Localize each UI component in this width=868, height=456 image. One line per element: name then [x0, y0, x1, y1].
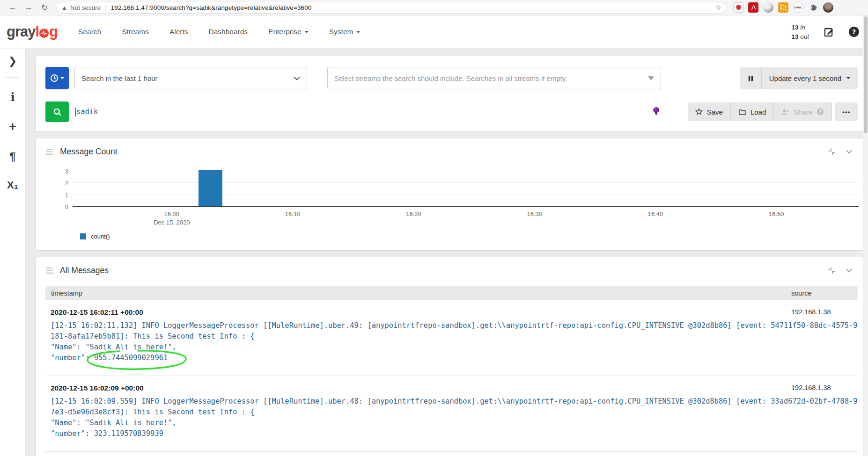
nav-streams[interactable]: Streams — [122, 28, 149, 36]
log-line: 181-8afa17eb5b81]: This is Second test I… — [51, 331, 858, 342]
collapse-widget-icon[interactable] — [845, 148, 853, 156]
message-timestamp: 2020-12-15 16:02:09 +00:00 — [45, 384, 791, 392]
url-separator: | — [105, 4, 107, 11]
address-bar[interactable]: ▲ Not secure | 192.168.1.47:9000/search?… — [56, 2, 727, 14]
logo-o-icon — [39, 29, 49, 38]
pause-icon — [748, 75, 754, 82]
timerange-select[interactable]: Search in the last 1 hour — [74, 67, 307, 89]
widget-title: Message Count — [60, 147, 118, 157]
throughput-counter[interactable]: 13 in 13 out — [790, 23, 810, 41]
browser-forward-icon[interactable]: → — [21, 3, 37, 12]
left-sidebar: ❯ i + ¶ X₁ — [0, 49, 26, 456]
sidebar-paragraph-icon[interactable]: ¶ — [9, 150, 15, 163]
drag-handle-icon[interactable] — [45, 148, 53, 155]
nav-alerts[interactable]: Alerts — [169, 28, 188, 36]
chevron-down-icon — [60, 77, 64, 79]
star-icon — [695, 108, 703, 116]
message-source: 192.168.1.38 — [791, 384, 858, 391]
chart-legend[interactable]: count() — [80, 233, 858, 240]
more-actions-button[interactable]: ••• — [835, 102, 858, 121]
search-button[interactable] — [45, 101, 69, 122]
chart-x-axis: 16:00Dec 15, 202016:1016:2016:3016:4016:… — [73, 207, 859, 228]
timestamp-column-header[interactable]: timestamp — [45, 290, 791, 297]
lightbulb-hint-icon[interactable] — [653, 107, 660, 117]
sidebar-subscript-icon[interactable]: X₁ — [7, 179, 18, 191]
share-button[interactable]: Share ? — [774, 102, 832, 121]
url-text[interactable]: 192.168.1.47:9000/search?q=sadik&rangety… — [111, 4, 712, 11]
help-icon[interactable]: ? — [848, 26, 860, 37]
profile-avatar[interactable] — [823, 2, 833, 13]
focus-widget-icon[interactable] — [828, 267, 836, 275]
streams-select[interactable]: Select streams the search should include… — [327, 67, 661, 89]
share-user-plus-icon — [781, 109, 789, 116]
query-input[interactable]: sadik — [75, 101, 648, 122]
source-column-header[interactable]: source — [791, 290, 858, 297]
clock-icon — [50, 74, 59, 82]
save-button[interactable]: Save — [688, 102, 731, 121]
x-tick-sublabel: Dec 15, 2020 — [154, 218, 190, 227]
scrollbar-thumb[interactable] — [864, 16, 868, 133]
log-line: "number": 955.7445099029961 — [51, 353, 858, 363]
y-tick-label: 1 — [65, 191, 68, 198]
orange-grid-extension-icon[interactable] — [778, 2, 788, 13]
search-bar-card: Search in the last 1 hour Select streams… — [36, 56, 864, 132]
sphere-extension-icon[interactable] — [763, 2, 773, 13]
log-line: [12-15 16:02:09.559] INFO LoggerMessageP… — [51, 396, 858, 407]
focus-widget-icon[interactable] — [828, 148, 836, 156]
folder-icon — [738, 109, 746, 116]
x-tick-label: 16:40 — [648, 210, 663, 218]
graylog-logo[interactable]: graylg — [7, 23, 58, 40]
caret-down-icon — [648, 76, 654, 80]
message-row[interactable]: 2020-12-15 16:02:09 +00:00192.168.1.38[1… — [45, 384, 858, 439]
message-count-chart: 0123 16:00Dec 15, 202016:1016:2016:3016:… — [45, 171, 858, 240]
drag-handle-icon[interactable] — [45, 267, 53, 274]
sidebar-divider — [6, 78, 20, 78]
log-line: "Name": "Sadik Ali is here!", — [51, 342, 858, 353]
messages-table-header: timestamp source — [45, 286, 858, 300]
message-divider — [45, 451, 858, 452]
gridline — [73, 171, 859, 171]
edit-notifications-icon[interactable] — [824, 27, 834, 37]
main-nav: SearchStreamsAlertsDashboardsEnterpriseS… — [78, 28, 360, 36]
nav-enterprise[interactable]: Enterprise — [268, 28, 309, 36]
bookmark-star-icon[interactable]: ☆ — [715, 3, 721, 12]
not-secure-label[interactable]: Not secure — [70, 4, 101, 11]
legend-label: count() — [91, 233, 110, 240]
nav-dashboards[interactable]: Dashboards — [209, 28, 248, 36]
browser-reload-icon[interactable]: ↻ — [37, 3, 52, 13]
all-messages-widget: All Messages timestamp source 2020-12-15 — [36, 257, 864, 456]
gridline — [73, 195, 859, 195]
page-scrollbar[interactable] — [863, 15, 868, 456]
y-tick-label: 2 — [65, 180, 68, 187]
svg-text:?: ? — [819, 109, 822, 115]
nav-system[interactable]: System — [329, 28, 360, 36]
legend-swatch — [80, 233, 86, 239]
load-button[interactable]: Load — [731, 102, 774, 121]
timerange-config-button[interactable] — [45, 67, 69, 89]
sidebar-add-icon[interactable]: + — [9, 120, 16, 134]
shield-extension-icon[interactable] — [733, 2, 743, 13]
extensions-puzzle-icon[interactable] — [808, 2, 818, 13]
message-source: 192.168.1.38 — [791, 308, 858, 316]
log-line: 7e3-d5e96d3e8cf3]: This is Second test I… — [51, 407, 858, 418]
browser-back-icon[interactable]: ← — [5, 3, 21, 12]
sidebar-expand-icon[interactable]: ❯ — [8, 55, 17, 67]
graylog-search-page: ← → ↻ ▲ Not secure | 192.168.1.47:9000/s… — [0, 0, 868, 456]
pdf-extension-icon[interactable] — [748, 2, 758, 13]
message-log-text: [12-15 16:02:09.559] INFO LoggerMessageP… — [45, 396, 858, 439]
x-tick-label: 16:50 — [769, 210, 784, 218]
chart-plot-area: 0123 — [73, 171, 859, 207]
not-secure-warning-icon[interactable]: ▲ — [61, 4, 67, 11]
sidebar-info-icon[interactable]: i — [10, 90, 15, 104]
pause-refresh-button[interactable] — [740, 67, 762, 89]
refresh-interval-dropdown[interactable]: Update every 1 second — [762, 67, 858, 89]
saml-extension-icon[interactable]: SAML — [793, 2, 803, 13]
chart-bar[interactable] — [199, 170, 223, 206]
nav-search[interactable]: Search — [78, 28, 101, 36]
collapse-widget-icon[interactable] — [845, 267, 853, 275]
x-tick-label: 16:30 — [527, 210, 542, 218]
x-tick-label: 16:20 — [406, 210, 421, 218]
message-row[interactable]: 2020-12-15 16:02:11 +00:00192.168.1.38[1… — [45, 308, 858, 363]
text-cursor — [75, 108, 76, 116]
question-circle-icon: ? — [817, 108, 824, 116]
